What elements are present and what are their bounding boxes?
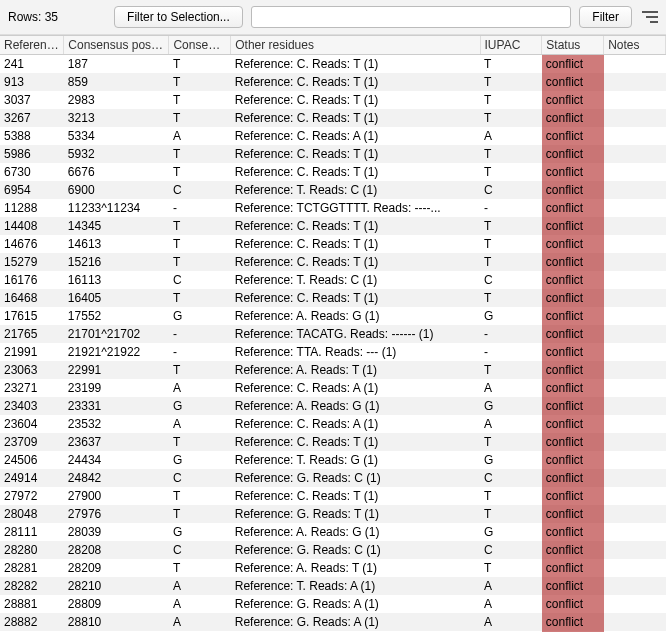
cell-consensus: T — [169, 109, 231, 127]
toolbar: Rows: 35 Filter to Selection... Filter — [0, 0, 666, 35]
cell-reference: 28111 — [0, 523, 64, 541]
table-row[interactable]: 2327123199AReference: C. Reads: A (1)Aco… — [0, 379, 666, 397]
cell-iupac: T — [480, 91, 542, 109]
cell-notes — [604, 541, 666, 559]
col-notes[interactable]: Notes — [604, 36, 666, 55]
cell-other-residues: Reference: A. Reads: G (1) — [231, 523, 480, 541]
col-consensus[interactable]: Consens... — [169, 36, 231, 55]
cell-other-residues: Reference: A. Reads: G (1) — [231, 307, 480, 325]
cell-consensus-position: 28210 — [64, 577, 169, 595]
cell-notes — [604, 451, 666, 469]
cell-reference: 14408 — [0, 217, 64, 235]
table-row[interactable]: 2797227900TReference: C. Reads: T (1)Tco… — [0, 487, 666, 505]
table-row[interactable]: 2176521701^21702-Reference: TACATG. Read… — [0, 325, 666, 343]
cell-reference: 21991 — [0, 343, 64, 361]
table-row[interactable]: 2340323331GReference: A. Reads: G (1)Gco… — [0, 397, 666, 415]
cell-other-residues: Reference: C. Reads: T (1) — [231, 487, 480, 505]
table-row[interactable]: 1527915216TReference: C. Reads: T (1)Tco… — [0, 253, 666, 271]
cell-reference: 913 — [0, 73, 64, 91]
cell-iupac: T — [480, 289, 542, 307]
table-row[interactable]: 2804827976TReference: G. Reads: T (1)Tco… — [0, 505, 666, 523]
cell-reference: 28281 — [0, 559, 64, 577]
table-row[interactable]: 69546900CReference: T. Reads: C (1)Cconf… — [0, 181, 666, 199]
table-row[interactable]: 30372983TReference: C. Reads: T (1)Tconf… — [0, 91, 666, 109]
table-row[interactable]: 2888228810AReference: G. Reads: A (1)Aco… — [0, 613, 666, 631]
table-row[interactable]: 2828128209TReference: A. Reads: T (1)Tco… — [0, 559, 666, 577]
filter-to-selection-button[interactable]: Filter to Selection... — [114, 6, 243, 28]
cell-status: conflict — [542, 523, 604, 541]
cell-other-residues: Reference: C. Reads: T (1) — [231, 73, 480, 91]
table-row[interactable]: 913859TReference: C. Reads: T (1)Tconfli… — [0, 73, 666, 91]
table-row[interactable]: 2360423532AReference: C. Reads: A (1)Aco… — [0, 415, 666, 433]
table-row[interactable]: 2370923637TReference: C. Reads: T (1)Tco… — [0, 433, 666, 451]
cell-reference: 23709 — [0, 433, 64, 451]
cell-status: conflict — [542, 73, 604, 91]
table-row[interactable]: 2199121921^21922-Reference: TTA. Reads: … — [0, 343, 666, 361]
table-row[interactable]: 32673213TReference: C. Reads: T (1)Tconf… — [0, 109, 666, 127]
options-menu-icon[interactable] — [640, 9, 658, 25]
cell-notes — [604, 613, 666, 631]
cell-consensus: T — [169, 433, 231, 451]
table-row[interactable]: 67306676TReference: C. Reads: T (1)Tconf… — [0, 163, 666, 181]
cell-reference: 241 — [0, 55, 64, 74]
cell-other-residues: Reference: C. Reads: T (1) — [231, 289, 480, 307]
cell-reference: 11288 — [0, 199, 64, 217]
cell-reference: 27972 — [0, 487, 64, 505]
cell-notes — [604, 343, 666, 361]
table-row[interactable]: 2828228210AReference: T. Reads: A (1)Aco… — [0, 577, 666, 595]
cell-consensus-position: 21921^21922 — [64, 343, 169, 361]
cell-other-residues: Reference: A. Reads: T (1) — [231, 559, 480, 577]
cell-reference: 3267 — [0, 109, 64, 127]
cell-other-residues: Reference: G. Reads: T (1) — [231, 505, 480, 523]
cell-status: conflict — [542, 541, 604, 559]
cell-notes — [604, 289, 666, 307]
table-row[interactable]: 2306322991TReference: A. Reads: T (1)Tco… — [0, 361, 666, 379]
table-row[interactable]: 2828028208CReference: G. Reads: C (1)Cco… — [0, 541, 666, 559]
cell-iupac: T — [480, 55, 542, 74]
col-reference[interactable]: Referenc... — [0, 36, 64, 55]
filter-button[interactable]: Filter — [579, 6, 632, 28]
cell-iupac: A — [480, 595, 542, 613]
cell-consensus: G — [169, 523, 231, 541]
table-row[interactable]: 2811128039GReference: A. Reads: G (1)Gco… — [0, 523, 666, 541]
cell-status: conflict — [542, 127, 604, 145]
cell-consensus: G — [169, 451, 231, 469]
table-row[interactable]: 1467614613TReference: C. Reads: T (1)Tco… — [0, 235, 666, 253]
cell-status: conflict — [542, 397, 604, 415]
table-row[interactable]: 1761517552GReference: A. Reads: G (1)Gco… — [0, 307, 666, 325]
table-row[interactable]: 1128811233^11234-Reference: TCTGGTTTT. R… — [0, 199, 666, 217]
table-row[interactable]: 2450624434GReference: T. Reads: G (1)Gco… — [0, 451, 666, 469]
col-other-residues[interactable]: Other residues — [231, 36, 480, 55]
filter-input[interactable] — [251, 6, 572, 28]
cell-notes — [604, 433, 666, 451]
cell-status: conflict — [542, 145, 604, 163]
cell-other-residues: Reference: C. Reads: T (1) — [231, 235, 480, 253]
cell-reference: 23271 — [0, 379, 64, 397]
table-row[interactable]: 59865932TReference: C. Reads: T (1)Tconf… — [0, 145, 666, 163]
cell-reference: 21765 — [0, 325, 64, 343]
table-row[interactable]: 1617616113CReference: T. Reads: C (1)Cco… — [0, 271, 666, 289]
cell-iupac: T — [480, 487, 542, 505]
data-table: Referenc... Consensus positi... Consens.… — [0, 36, 666, 632]
cell-iupac: - — [480, 325, 542, 343]
cell-reference: 28282 — [0, 577, 64, 595]
cell-status: conflict — [542, 235, 604, 253]
cell-other-residues: Reference: A. Reads: T (1) — [231, 361, 480, 379]
table-row[interactable]: 1440814345TReference: C. Reads: T (1)Tco… — [0, 217, 666, 235]
col-iupac[interactable]: IUPAC — [480, 36, 542, 55]
cell-consensus-position: 16405 — [64, 289, 169, 307]
cell-consensus: T — [169, 91, 231, 109]
cell-reference: 6730 — [0, 163, 64, 181]
table-row[interactable]: 2491424842CReference: G. Reads: C (1)Cco… — [0, 469, 666, 487]
cell-iupac: A — [480, 127, 542, 145]
table-row[interactable]: 1646816405TReference: C. Reads: T (1)Tco… — [0, 289, 666, 307]
cell-consensus: T — [169, 559, 231, 577]
table-row[interactable]: 2888128809AReference: G. Reads: A (1)Aco… — [0, 595, 666, 613]
table-row[interactable]: 241187TReference: C. Reads: T (1)Tconfli… — [0, 55, 666, 74]
cell-status: conflict — [542, 253, 604, 271]
table-row[interactable]: 53885334AReference: C. Reads: A (1)Aconf… — [0, 127, 666, 145]
col-consensus-position[interactable]: Consensus positi... — [64, 36, 169, 55]
cell-consensus-position: 27900 — [64, 487, 169, 505]
cell-consensus: C — [169, 469, 231, 487]
col-status[interactable]: Status — [542, 36, 604, 55]
